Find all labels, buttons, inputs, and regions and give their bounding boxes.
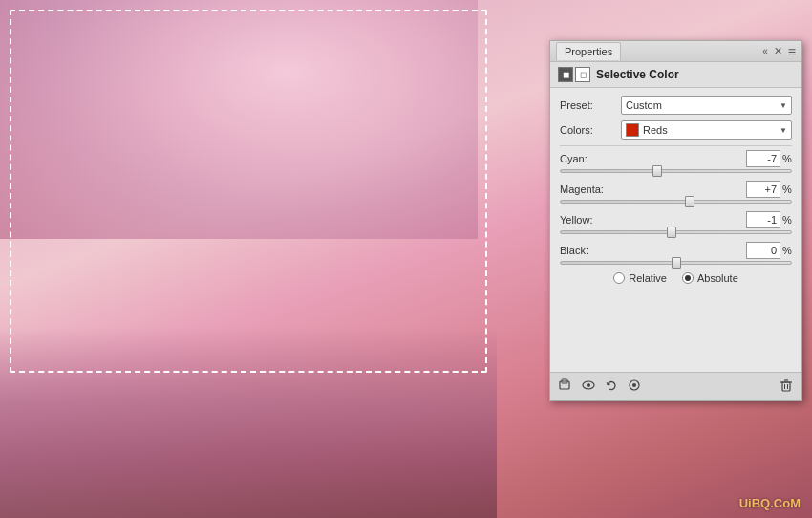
yellow-thumb[interactable] bbox=[667, 227, 676, 238]
yellow-slider-row: Yellow: % bbox=[560, 211, 792, 234]
cyan-label-row: Cyan: % bbox=[560, 150, 792, 167]
eye-circle-icon[interactable] bbox=[627, 378, 642, 396]
preset-label: Preset: bbox=[560, 99, 617, 111]
history-icon[interactable] bbox=[604, 378, 619, 396]
visibility-icon[interactable] bbox=[581, 378, 596, 396]
properties-panel: Properties « ✕ ≡ ◼ ◻ Selective Color Pre… bbox=[549, 40, 802, 401]
black-label: Black: bbox=[560, 245, 619, 256]
colors-select[interactable]: Reds ▼ bbox=[621, 120, 792, 140]
cyan-slider-row: Cyan: % bbox=[560, 150, 792, 173]
yellow-label-row: Yellow: % bbox=[560, 211, 792, 228]
magenta-track[interactable] bbox=[560, 200, 792, 204]
panel-titlebar: Properties « ✕ ≡ bbox=[550, 41, 801, 62]
trash-icon[interactable] bbox=[779, 378, 794, 396]
black-pct: % bbox=[782, 245, 792, 256]
cyan-track[interactable] bbox=[560, 169, 792, 173]
relative-radio[interactable] bbox=[613, 272, 625, 284]
panel-close-icon[interactable]: ✕ bbox=[774, 45, 782, 57]
divider-1 bbox=[560, 145, 792, 146]
svg-point-5 bbox=[632, 383, 636, 387]
absolute-label: Absolute bbox=[697, 272, 738, 284]
absolute-radio[interactable] bbox=[682, 272, 694, 284]
mask-symbol: ◼ bbox=[563, 70, 569, 79]
yellow-label: Yellow: bbox=[560, 214, 619, 226]
cyan-thumb[interactable] bbox=[652, 165, 662, 177]
adjustment-icon-light: ◻ bbox=[575, 67, 590, 82]
panel-title: Selective Color bbox=[596, 68, 679, 81]
black-thumb[interactable] bbox=[672, 257, 681, 269]
preset-value: Custom bbox=[626, 99, 662, 111]
ground-overlay bbox=[0, 327, 497, 518]
black-track[interactable] bbox=[560, 261, 792, 265]
pixel-symbol: ◻ bbox=[580, 70, 587, 79]
cyan-value[interactable] bbox=[746, 150, 780, 167]
panel-footer bbox=[550, 372, 801, 400]
magenta-label-row: Magenta: % bbox=[560, 181, 792, 198]
layer-icon-group: ◼ ◻ bbox=[558, 67, 590, 82]
magenta-slider-row: Magenta: % bbox=[560, 181, 792, 204]
cyan-pct: % bbox=[782, 153, 792, 164]
watermark: UiBQ.CoM bbox=[739, 496, 801, 510]
svg-point-3 bbox=[587, 383, 590, 387]
yellow-value[interactable] bbox=[746, 211, 780, 228]
panel-body: Preset: Custom ▼ Colors: Reds ▼ Cyan: bbox=[550, 88, 801, 295]
magenta-value[interactable] bbox=[746, 181, 780, 198]
relative-label: Relative bbox=[629, 272, 667, 284]
stamp-icon[interactable] bbox=[558, 378, 573, 396]
svg-rect-6 bbox=[782, 382, 790, 391]
panel-titlebar-left: Properties bbox=[556, 42, 621, 60]
black-value[interactable] bbox=[746, 242, 780, 259]
magenta-pct: % bbox=[782, 183, 792, 195]
preset-select[interactable]: Custom ▼ bbox=[621, 96, 792, 115]
method-radio-row: Relative Absolute bbox=[560, 272, 792, 284]
yellow-pct: % bbox=[782, 214, 792, 226]
adjustment-icon-dark: ◼ bbox=[558, 67, 573, 82]
panel-tab-properties[interactable]: Properties bbox=[556, 42, 621, 60]
colors-row: Colors: Reds ▼ bbox=[560, 120, 792, 140]
colors-label: Colors: bbox=[560, 124, 617, 136]
colors-value: Reds bbox=[643, 124, 668, 136]
panel-header: ◼ ◻ Selective Color bbox=[550, 62, 801, 88]
preset-row: Preset: Custom ▼ bbox=[560, 96, 792, 115]
magenta-thumb[interactable] bbox=[685, 196, 694, 207]
panel-menu-icon[interactable]: ≡ bbox=[788, 44, 796, 59]
colors-arrow: ▼ bbox=[780, 126, 787, 135]
magenta-label: Magenta: bbox=[560, 183, 619, 195]
panel-spacer bbox=[550, 295, 801, 372]
panel-collapse-icon[interactable]: « bbox=[762, 46, 768, 56]
relative-group: Relative bbox=[613, 272, 667, 284]
cyan-label: Cyan: bbox=[560, 153, 619, 164]
sky-overlay bbox=[0, 0, 478, 239]
black-slider-row: Black: % bbox=[560, 242, 792, 265]
reds-swatch bbox=[626, 123, 639, 137]
footer-icons bbox=[558, 378, 642, 396]
absolute-group: Absolute bbox=[682, 272, 738, 284]
preset-arrow: ▼ bbox=[780, 101, 787, 110]
yellow-track[interactable] bbox=[560, 230, 792, 234]
